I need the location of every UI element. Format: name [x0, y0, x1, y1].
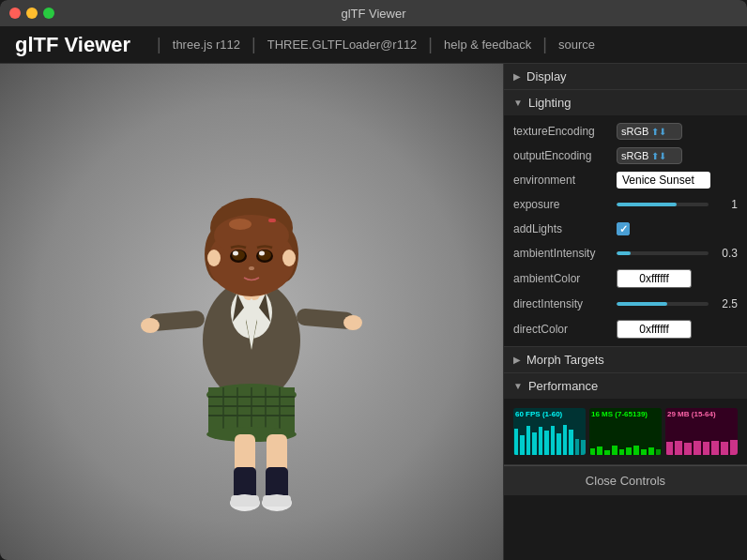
character-area	[0, 64, 503, 560]
svg-point-33	[229, 219, 252, 230]
viewport[interactable]	[0, 64, 503, 560]
control-exposure: exposure 1	[504, 192, 747, 217]
slider-direct-intensity[interactable]	[617, 302, 709, 306]
color-direct[interactable]: 0xffffff	[617, 320, 692, 339]
label-ambient-intensity: ambientIntensity	[513, 247, 617, 260]
close-button-icon[interactable]	[9, 8, 21, 19]
label-add-lights: addLights	[513, 222, 617, 235]
close-controls-button[interactable]: Close Controls	[504, 465, 747, 495]
control-ambient-color: ambientColor 0xffffff	[504, 265, 747, 292]
window-title: glTF Viewer	[341, 7, 405, 21]
input-environment[interactable]: Venice Sunset	[617, 172, 710, 189]
label-ambient-color: ambientColor	[513, 272, 617, 285]
section-performance: ▼ Performance 60 FPS (1-60)	[504, 373, 747, 465]
control-direct-intensity: directIntensity 2.5	[504, 292, 747, 316]
svg-point-37	[233, 250, 238, 255]
control-ambient-intensity: ambientIntensity 0.3	[504, 241, 747, 265]
section-header-display[interactable]: ▶ Display	[504, 64, 747, 89]
nav-link-source[interactable]: source	[558, 38, 595, 52]
maximize-button-icon[interactable]	[43, 8, 54, 19]
nav-link-help[interactable]: help & feedback	[444, 38, 531, 52]
control-direct-color: directColor 0xffffff	[504, 316, 747, 342]
label-texture-encoding: textureEncoding	[513, 125, 617, 138]
control-texture-encoding: textureEncoding sRGB ⬆⬇	[504, 119, 747, 144]
value-direct-intensity: 2.5	[714, 297, 738, 310]
svg-point-4	[141, 318, 160, 333]
label-direct-color: directColor	[513, 323, 617, 336]
traffic-lights	[9, 8, 54, 19]
perf-label-ms: 16 MS (7-65139)	[591, 410, 648, 418]
character-model	[130, 97, 374, 528]
section-header-perf[interactable]: ▼ Performance	[504, 373, 747, 399]
label-environment: environment	[513, 174, 617, 187]
select-output-encoding[interactable]: sRGB ⬆⬇	[617, 147, 682, 164]
svg-point-43	[282, 250, 296, 266]
perf-bars-mb	[665, 422, 738, 455]
svg-point-42	[207, 250, 221, 266]
minimize-button-icon[interactable]	[26, 8, 38, 19]
section-label-lighting: Lighting	[528, 96, 572, 110]
perf-bars-ms	[589, 422, 662, 455]
value-exposure: 1	[714, 198, 738, 211]
svg-rect-24	[231, 495, 259, 507]
color-ambient[interactable]: 0xffffff	[617, 269, 692, 288]
slider-exposure[interactable]	[617, 203, 709, 206]
svg-point-41	[249, 266, 254, 270]
select-arrow2-icon: ⬆⬇	[651, 151, 666, 161]
control-environment: environment Venice Sunset	[504, 168, 747, 192]
control-add-lights: addLights ✓	[504, 217, 747, 241]
svg-point-32	[214, 215, 289, 256]
slider-ambient-intensity[interactable]	[617, 251, 709, 255]
nav-link-loader[interactable]: THREE.GLTFLoader@r112	[267, 38, 418, 52]
svg-rect-34	[268, 219, 276, 222]
section-display: ▶ Display	[504, 64, 747, 90]
title-bar: glTF Viewer	[0, 0, 747, 26]
svg-point-40	[259, 250, 265, 255]
chevron-morph-icon: ▶	[513, 355, 521, 365]
value-ambient-intensity: 0.3	[714, 247, 738, 260]
perf-body: 60 FPS (1-60)	[504, 399, 747, 464]
select-arrow-icon: ⬆⬇	[651, 127, 666, 137]
main-area: ▶ Display ▼ Lighting textureEncoding sRG…	[0, 64, 747, 560]
label-exposure: exposure	[513, 198, 617, 211]
section-label-perf: Performance	[528, 379, 598, 393]
select-texture-encoding[interactable]: sRGB ⬆⬇	[617, 123, 682, 140]
chevron-perf-icon: ▼	[513, 381, 523, 391]
chevron-lighting-icon: ▼	[513, 98, 523, 108]
section-lighting: ▼ Lighting textureEncoding sRGB ⬆⬇	[504, 90, 747, 347]
section-label-display: Display	[526, 69, 567, 83]
perf-bars-fps	[513, 422, 586, 455]
top-nav: glTF Viewer | three.js r112 | THREE.GLTF…	[0, 26, 747, 64]
svg-point-6	[343, 315, 362, 330]
nav-link-threejs[interactable]: three.js r112	[173, 38, 240, 52]
perf-label-mb: 29 MB (15-64)	[667, 410, 716, 418]
checkbox-add-lights[interactable]: ✓	[617, 222, 630, 235]
perf-graph-mb: 29 MB (15-64)	[665, 408, 738, 455]
perf-label-fps: 60 FPS (1-60)	[515, 410, 562, 418]
section-header-morph[interactable]: ▶ Morph Targets	[504, 347, 747, 372]
label-output-encoding: outputEncoding	[513, 149, 617, 162]
side-panel: ▶ Display ▼ Lighting textureEncoding sRG…	[503, 64, 747, 560]
perf-graphs: 60 FPS (1-60)	[504, 402, 747, 461]
section-label-morph: Morph Targets	[526, 353, 604, 367]
perf-graph-ms: 16 MS (7-65139)	[589, 408, 662, 455]
section-morph-targets: ▶ Morph Targets	[504, 347, 747, 373]
chevron-display-icon: ▶	[513, 71, 521, 82]
lighting-controls: textureEncoding sRGB ⬆⬇ outputEncoding s…	[504, 115, 747, 346]
label-direct-intensity: directIntensity	[513, 297, 617, 310]
control-output-encoding: outputEncoding sRGB ⬆⬇	[504, 144, 747, 168]
perf-graph-fps: 60 FPS (1-60)	[513, 408, 586, 455]
svg-rect-25	[263, 495, 291, 507]
section-header-lighting[interactable]: ▼ Lighting	[504, 90, 747, 115]
nav-brand: glTF Viewer	[15, 33, 130, 57]
